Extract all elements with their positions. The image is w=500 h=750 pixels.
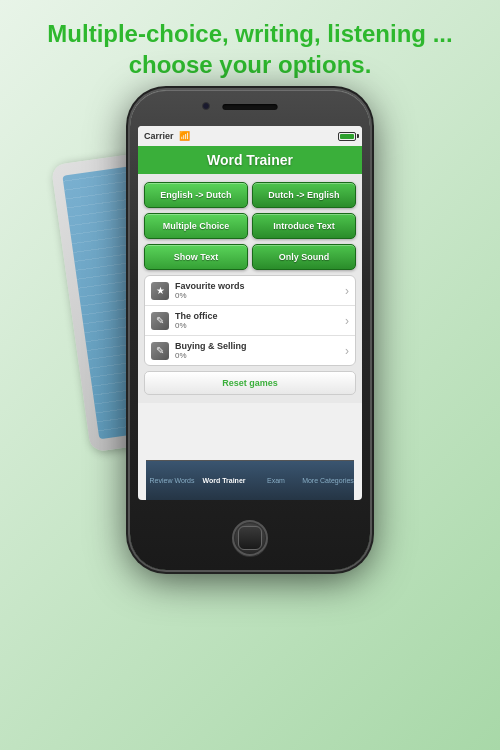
office-icon: ✎: [151, 312, 169, 330]
chevron-right-icon: ›: [345, 344, 349, 358]
chevron-right-icon: ›: [345, 314, 349, 328]
tab-word-trainer-label: Word Trainer: [202, 477, 245, 484]
tab-more-categories[interactable]: More Categories: [302, 461, 354, 500]
iphone-screen: Carrier 📶 Word Trainer English -> Dutch …: [138, 126, 362, 500]
tab-review-words-label: Review Words: [150, 477, 195, 484]
phone-wrapper: Carrier 📶 Word Trainer English -> Dutch …: [130, 90, 370, 570]
battery-icon: [338, 132, 356, 141]
mode-row: Multiple Choice Introduce Text: [144, 213, 356, 239]
carrier-label: Carrier: [144, 131, 174, 141]
office-percent: 0%: [175, 321, 345, 330]
tab-exam-label: Exam: [267, 477, 285, 484]
list-item[interactable]: ✎ The office 0% ›: [145, 306, 355, 336]
favourite-words-icon: ★: [151, 282, 169, 300]
app-title: Word Trainer: [207, 152, 293, 168]
battery-fill: [340, 134, 354, 139]
tab-bar: Review Words Word Trainer Exam More Cate…: [146, 460, 354, 500]
reset-games-button[interactable]: Reset games: [144, 371, 356, 395]
header-line1: Multiple-choice, writing, listening ...: [47, 18, 452, 49]
dutch-to-english-button[interactable]: Dutch -> English: [252, 182, 356, 208]
app-content: English -> Dutch Dutch -> English Multip…: [138, 174, 362, 403]
iphone-home-button[interactable]: [232, 520, 268, 556]
introduce-text-button[interactable]: Introduce Text: [252, 213, 356, 239]
tab-exam[interactable]: Exam: [250, 461, 302, 500]
buying-selling-percent: 0%: [175, 351, 345, 360]
word-list: ★ Favourite words 0% › ✎ The office 0%: [144, 275, 356, 366]
office-label: The office: [175, 311, 345, 321]
reset-games-label: Reset games: [222, 378, 278, 388]
header-section: Multiple-choice, writing, listening ... …: [47, 18, 452, 80]
english-to-dutch-button[interactable]: English -> Dutch: [144, 182, 248, 208]
list-item[interactable]: ★ Favourite words 0% ›: [145, 276, 355, 306]
tab-more-categories-label: More Categories: [302, 477, 354, 484]
buying-selling-label: Buying & Selling: [175, 341, 345, 351]
multiple-choice-button[interactable]: Multiple Choice: [144, 213, 248, 239]
home-button-inner: [238, 526, 262, 550]
list-item[interactable]: ✎ Buying & Selling 0% ›: [145, 336, 355, 365]
buying-selling-icon: ✎: [151, 342, 169, 360]
favourite-words-label: Favourite words: [175, 281, 345, 291]
app-header: Word Trainer: [138, 146, 362, 174]
tab-review-words[interactable]: Review Words: [146, 461, 198, 500]
only-sound-button[interactable]: Only Sound: [252, 244, 356, 270]
iphone-speaker: [223, 104, 278, 110]
language-row: English -> Dutch Dutch -> English: [144, 182, 356, 208]
tab-word-trainer[interactable]: Word Trainer: [198, 461, 250, 500]
show-text-button[interactable]: Show Text: [144, 244, 248, 270]
display-row: Show Text Only Sound: [144, 244, 356, 270]
status-bar: Carrier 📶: [138, 126, 362, 146]
iphone-camera-icon: [202, 102, 210, 110]
chevron-right-icon: ›: [345, 284, 349, 298]
wifi-icon: 📶: [179, 131, 190, 141]
favourite-words-percent: 0%: [175, 291, 345, 300]
iphone-device: Carrier 📶 Word Trainer English -> Dutch …: [130, 90, 370, 570]
header-line2: choose your options.: [47, 49, 452, 80]
